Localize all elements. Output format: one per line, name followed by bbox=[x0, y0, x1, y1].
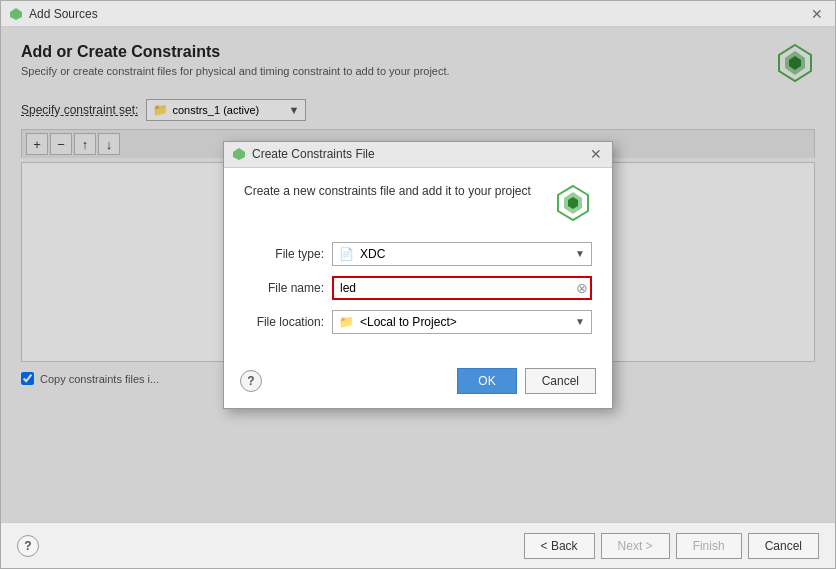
file-location-label: File location: bbox=[244, 315, 324, 329]
svg-marker-5 bbox=[233, 148, 245, 160]
modal-title-icon bbox=[232, 147, 246, 161]
main-window: Add Sources ✕ Add or Create Constraints … bbox=[0, 0, 836, 569]
bottom-right: < Back Next > Finish Cancel bbox=[524, 533, 819, 559]
modal-ok-button[interactable]: OK bbox=[457, 368, 516, 394]
file-name-control: ⊗ bbox=[332, 276, 592, 300]
file-location-dropdown[interactable]: 📁 <Local to Project> ▼ bbox=[332, 310, 592, 334]
modal-vivado-logo bbox=[554, 184, 592, 222]
location-folder-icon: 📁 bbox=[339, 315, 354, 329]
file-type-value: XDC bbox=[360, 247, 385, 261]
next-button[interactable]: Next > bbox=[601, 533, 670, 559]
modal-close-button[interactable]: ✕ bbox=[588, 146, 604, 162]
modal-description-text: Create a new constraints file and add it… bbox=[244, 184, 544, 198]
file-name-label: File name: bbox=[244, 281, 324, 295]
cancel-button[interactable]: Cancel bbox=[748, 533, 819, 559]
create-constraints-dialog: Create Constraints File ✕ Create a new c… bbox=[223, 141, 613, 409]
file-type-control: 📄 XDC ▼ bbox=[332, 242, 592, 266]
help-button[interactable]: ? bbox=[17, 535, 39, 557]
file-name-row: File name: ⊗ bbox=[244, 276, 592, 300]
main-content: Add or Create Constraints Specify or cre… bbox=[1, 27, 835, 522]
bottom-left: ? bbox=[17, 535, 39, 557]
window-close-button[interactable]: ✕ bbox=[807, 6, 827, 22]
back-button[interactable]: < Back bbox=[524, 533, 595, 559]
file-location-control: 📁 <Local to Project> ▼ bbox=[332, 310, 592, 334]
modal-cancel-button[interactable]: Cancel bbox=[525, 368, 596, 394]
title-bar: Add Sources ✕ bbox=[1, 1, 835, 27]
modal-footer: ? OK Cancel bbox=[224, 360, 612, 408]
modal-title-bar: Create Constraints File ✕ bbox=[224, 142, 612, 168]
file-icon: 📄 bbox=[339, 247, 354, 261]
modal-description-row: Create a new constraints file and add it… bbox=[244, 184, 592, 222]
finish-button[interactable]: Finish bbox=[676, 533, 742, 559]
file-name-input[interactable] bbox=[332, 276, 592, 300]
modal-title-text: Create Constraints File bbox=[252, 147, 375, 161]
modal-help-button[interactable]: ? bbox=[240, 370, 262, 392]
file-name-clear-button[interactable]: ⊗ bbox=[576, 280, 588, 296]
title-bar-text: Add Sources bbox=[29, 7, 98, 21]
file-type-dropdown[interactable]: 📄 XDC ▼ bbox=[332, 242, 592, 266]
file-type-row: File type: 📄 XDC ▼ bbox=[244, 242, 592, 266]
file-type-label: File type: bbox=[244, 247, 324, 261]
vivado-title-icon bbox=[9, 7, 23, 21]
file-type-arrow-icon: ▼ bbox=[575, 248, 585, 259]
modal-body: Create a new constraints file and add it… bbox=[224, 168, 612, 360]
file-location-row: File location: 📁 <Local to Project> ▼ bbox=[244, 310, 592, 334]
file-location-value: <Local to Project> bbox=[360, 315, 457, 329]
bottom-bar: ? < Back Next > Finish Cancel bbox=[1, 522, 835, 568]
modal-title-left: Create Constraints File bbox=[232, 147, 375, 161]
title-bar-left: Add Sources bbox=[9, 7, 98, 21]
modal-overlay: Create Constraints File ✕ Create a new c… bbox=[1, 27, 835, 522]
file-location-arrow-icon: ▼ bbox=[575, 316, 585, 327]
